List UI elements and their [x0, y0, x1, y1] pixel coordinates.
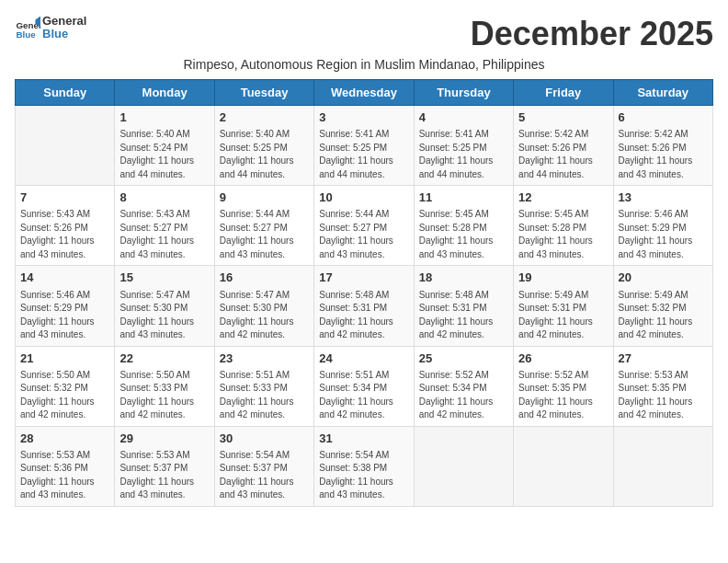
day-number: 7 [20, 190, 109, 206]
day-info: Sunrise: 5:44 AMSunset: 5:27 PMDaylight:… [319, 208, 408, 261]
day-number: 28 [20, 431, 109, 447]
day-number: 31 [319, 431, 408, 447]
day-info: Sunrise: 5:54 AMSunset: 5:37 PMDaylight:… [220, 449, 309, 502]
month-title: December 2025 [471, 15, 713, 53]
day-info: Sunrise: 5:54 AMSunset: 5:38 PMDaylight:… [319, 449, 408, 502]
day-info: Sunrise: 5:51 AMSunset: 5:34 PMDaylight:… [319, 369, 408, 422]
day-info: Sunrise: 5:45 AMSunset: 5:28 PMDaylight:… [518, 208, 608, 261]
calendar-cell: 5Sunrise: 5:42 AMSunset: 5:26 PMDaylight… [514, 106, 613, 186]
calendar-cell: 4Sunrise: 5:41 AMSunset: 5:25 PMDaylight… [414, 106, 513, 186]
day-number: 22 [119, 350, 209, 367]
day-number: 4 [419, 109, 508, 126]
days-header-row: SundayMondayTuesdayWednesdayThursdayFrid… [16, 80, 713, 106]
day-number: 1 [119, 109, 209, 126]
day-header-thursday: Thursday [414, 80, 513, 106]
calendar-cell: 6Sunrise: 5:42 AMSunset: 5:26 PMDaylight… [613, 106, 712, 186]
calendar-cell: 28Sunrise: 5:53 AMSunset: 5:36 PMDayligh… [16, 426, 115, 506]
calendar-cell: 27Sunrise: 5:53 AMSunset: 5:35 PMDayligh… [613, 346, 712, 426]
day-header-friday: Friday [514, 80, 613, 106]
day-header-saturday: Saturday [613, 80, 712, 106]
day-header-wednesday: Wednesday [314, 80, 414, 106]
week-row: 28Sunrise: 5:53 AMSunset: 5:36 PMDayligh… [16, 426, 713, 506]
svg-text:Blue: Blue [16, 29, 36, 40]
day-number: 3 [319, 109, 408, 126]
calendar-cell: 11Sunrise: 5:45 AMSunset: 5:28 PMDayligh… [414, 186, 513, 266]
day-number: 21 [20, 350, 109, 367]
calendar-cell: 12Sunrise: 5:45 AMSunset: 5:28 PMDayligh… [514, 186, 613, 266]
calendar-cell: 20Sunrise: 5:49 AMSunset: 5:32 PMDayligh… [613, 266, 712, 346]
calendar-cell: 16Sunrise: 5:47 AMSunset: 5:30 PMDayligh… [214, 266, 313, 346]
day-number: 2 [220, 109, 309, 126]
calendar-cell: 8Sunrise: 5:43 AMSunset: 5:27 PMDaylight… [115, 186, 214, 266]
day-info: Sunrise: 5:44 AMSunset: 5:27 PMDaylight:… [220, 208, 309, 261]
day-header-tuesday: Tuesday [214, 80, 313, 106]
calendar-cell: 17Sunrise: 5:48 AMSunset: 5:31 PMDayligh… [314, 266, 414, 346]
day-info: Sunrise: 5:52 AMSunset: 5:34 PMDaylight:… [419, 369, 508, 422]
calendar-cell: 13Sunrise: 5:46 AMSunset: 5:29 PMDayligh… [613, 186, 712, 266]
day-info: Sunrise: 5:53 AMSunset: 5:36 PMDaylight:… [20, 449, 109, 502]
calendar-cell: 9Sunrise: 5:44 AMSunset: 5:27 PMDaylight… [214, 186, 313, 266]
header: General Blue General Blue December 2025 [15, 15, 713, 53]
logo: General Blue General Blue [15, 15, 86, 41]
day-number: 27 [619, 350, 708, 367]
calendar-cell: 18Sunrise: 5:48 AMSunset: 5:31 PMDayligh… [414, 266, 513, 346]
day-number: 18 [419, 270, 508, 286]
day-info: Sunrise: 5:53 AMSunset: 5:37 PMDaylight:… [119, 449, 209, 502]
calendar-cell: 15Sunrise: 5:47 AMSunset: 5:30 PMDayligh… [115, 266, 214, 346]
day-number: 10 [319, 190, 408, 206]
calendar-cell: 26Sunrise: 5:52 AMSunset: 5:35 PMDayligh… [514, 346, 613, 426]
day-number: 11 [419, 190, 508, 206]
calendar-cell: 3Sunrise: 5:41 AMSunset: 5:25 PMDaylight… [314, 106, 414, 186]
day-number: 26 [518, 350, 608, 367]
day-info: Sunrise: 5:40 AMSunset: 5:25 PMDaylight:… [220, 128, 309, 181]
day-header-sunday: Sunday [16, 80, 115, 106]
day-number: 9 [220, 190, 309, 206]
day-info: Sunrise: 5:47 AMSunset: 5:30 PMDaylight:… [119, 289, 209, 342]
calendar-cell: 19Sunrise: 5:49 AMSunset: 5:31 PMDayligh… [514, 266, 613, 346]
day-number: 17 [319, 270, 408, 286]
logo-icon: General Blue [15, 15, 40, 40]
day-info: Sunrise: 5:49 AMSunset: 5:32 PMDaylight:… [619, 289, 708, 342]
day-info: Sunrise: 5:53 AMSunset: 5:35 PMDaylight:… [619, 369, 708, 422]
calendar-cell: 7Sunrise: 5:43 AMSunset: 5:26 PMDaylight… [16, 186, 115, 266]
calendar-cell: 25Sunrise: 5:52 AMSunset: 5:34 PMDayligh… [414, 346, 513, 426]
day-info: Sunrise: 5:40 AMSunset: 5:24 PMDaylight:… [119, 128, 209, 181]
day-info: Sunrise: 5:47 AMSunset: 5:30 PMDaylight:… [220, 289, 309, 342]
calendar-cell: 24Sunrise: 5:51 AMSunset: 5:34 PMDayligh… [314, 346, 414, 426]
calendar-cell: 14Sunrise: 5:46 AMSunset: 5:29 PMDayligh… [16, 266, 115, 346]
calendar-cell: 22Sunrise: 5:50 AMSunset: 5:33 PMDayligh… [115, 346, 214, 426]
day-number: 20 [619, 270, 708, 286]
day-number: 5 [518, 109, 608, 126]
logo-general: General [42, 15, 86, 28]
day-number: 25 [419, 350, 508, 367]
day-number: 24 [319, 350, 408, 367]
day-info: Sunrise: 5:42 AMSunset: 5:26 PMDaylight:… [518, 128, 608, 181]
day-info: Sunrise: 5:50 AMSunset: 5:32 PMDaylight:… [20, 369, 109, 422]
day-number: 14 [20, 270, 109, 286]
calendar-cell [414, 426, 513, 506]
calendar-cell [514, 426, 613, 506]
day-number: 19 [518, 270, 608, 286]
day-info: Sunrise: 5:43 AMSunset: 5:26 PMDaylight:… [20, 208, 109, 261]
calendar-table: SundayMondayTuesdayWednesdayThursdayFrid… [15, 79, 713, 507]
day-number: 30 [220, 431, 309, 447]
day-info: Sunrise: 5:46 AMSunset: 5:29 PMDaylight:… [619, 208, 708, 261]
day-info: Sunrise: 5:41 AMSunset: 5:25 PMDaylight:… [319, 128, 408, 181]
day-info: Sunrise: 5:42 AMSunset: 5:26 PMDaylight:… [619, 128, 708, 181]
day-info: Sunrise: 5:52 AMSunset: 5:35 PMDaylight:… [518, 369, 608, 422]
day-number: 15 [119, 270, 209, 286]
day-header-monday: Monday [115, 80, 214, 106]
day-info: Sunrise: 5:50 AMSunset: 5:33 PMDaylight:… [119, 369, 209, 422]
calendar-cell: 10Sunrise: 5:44 AMSunset: 5:27 PMDayligh… [314, 186, 414, 266]
day-info: Sunrise: 5:49 AMSunset: 5:31 PMDaylight:… [518, 289, 608, 342]
calendar-cell: 30Sunrise: 5:54 AMSunset: 5:37 PMDayligh… [214, 426, 313, 506]
day-number: 12 [518, 190, 608, 206]
week-row: 1Sunrise: 5:40 AMSunset: 5:24 PMDaylight… [16, 106, 713, 186]
day-info: Sunrise: 5:48 AMSunset: 5:31 PMDaylight:… [319, 289, 408, 342]
day-number: 13 [619, 190, 708, 206]
subtitle: Rimpeso, Autonomous Region in Muslim Min… [15, 57, 713, 72]
calendar-cell: 23Sunrise: 5:51 AMSunset: 5:33 PMDayligh… [214, 346, 313, 426]
day-info: Sunrise: 5:45 AMSunset: 5:28 PMDaylight:… [419, 208, 508, 261]
calendar-cell [613, 426, 712, 506]
day-number: 6 [619, 109, 708, 126]
